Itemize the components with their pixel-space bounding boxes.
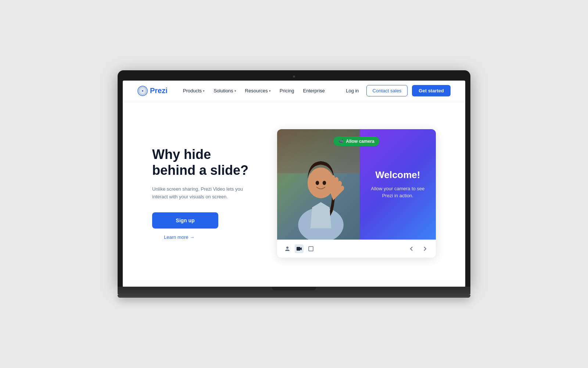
solutions-chevron-icon: ▾ (234, 89, 236, 93)
signup-button[interactable]: Sign up (152, 212, 218, 229)
hero-right: Welcome! Allow your camera to see Prezi … (277, 129, 436, 258)
hero-title: Why hide behind a slide? (152, 146, 255, 178)
svg-point-7 (316, 181, 319, 185)
hero-section: Why hide behind a slide? Unlike screen s… (123, 101, 465, 285)
svg-point-4 (142, 90, 143, 92)
logo-text: Prezi (150, 86, 168, 95)
svg-point-8 (323, 181, 326, 185)
navbar: Prezi Products ▾ Solutions ▾ (123, 81, 465, 101)
person-view-icon[interactable] (283, 244, 292, 253)
prezi-logo-icon (137, 86, 148, 96)
next-arrow[interactable] (420, 244, 430, 254)
svg-rect-11 (309, 247, 313, 251)
allow-camera-text: Allow camera (346, 139, 374, 144)
allow-camera-badge[interactable]: 📹 Allow camera (333, 137, 379, 146)
nav-resources[interactable]: Resources ▾ (241, 86, 275, 96)
video-ctrl-right (406, 244, 430, 254)
laptop-hinge (272, 287, 316, 290)
camera-badge-icon: 📹 (338, 139, 344, 144)
nav-pricing[interactable]: Pricing (276, 86, 298, 96)
contact-sales-button[interactable]: Contact sales (366, 85, 408, 96)
nav-actions: Log in Contact sales Get started (343, 85, 451, 96)
video-controls (277, 240, 436, 258)
prev-arrow[interactable] (406, 244, 417, 254)
fullscreen-icon[interactable] (306, 244, 315, 253)
person-figure (286, 140, 356, 240)
video-main: Welcome! Allow your camera to see Prezi … (277, 129, 436, 240)
website: Prezi Products ▾ Solutions ▾ (123, 81, 465, 287)
logo[interactable]: Prezi (137, 86, 168, 96)
video-demo: Welcome! Allow your camera to see Prezi … (277, 129, 436, 258)
laptop-bezel: Prezi Products ▾ Solutions ▾ (118, 70, 470, 287)
laptop-foot (118, 295, 470, 298)
get-started-button[interactable]: Get started (412, 85, 451, 96)
nav-enterprise[interactable]: Enterprise (300, 86, 329, 96)
hero-subtitle: Unlike screen sharing, Prezi Video lets … (152, 185, 255, 201)
laptop-base (118, 287, 470, 295)
scene: Prezi Products ▾ Solutions ▾ (0, 0, 588, 368)
welcome-subtitle: Allow your camera to see Prezi in action… (369, 185, 427, 199)
nav-products[interactable]: Products ▾ (179, 86, 208, 96)
learn-more-link[interactable]: Learn more → (152, 234, 255, 240)
camera-dot (293, 75, 295, 78)
welcome-title: Welcome! (375, 169, 420, 181)
hero-left: Why hide behind a slide? Unlike screen s… (152, 146, 255, 240)
nav-links: Products ▾ Solutions ▾ Resources ▾ (179, 86, 343, 96)
svg-rect-10 (297, 247, 300, 251)
learn-more-text: Learn more → (164, 234, 194, 240)
video-ctrl-left (283, 244, 315, 253)
laptop: Prezi Products ▾ Solutions ▾ (118, 70, 470, 298)
nav-solutions[interactable]: Solutions ▾ (210, 86, 240, 96)
products-chevron-icon: ▾ (203, 89, 205, 93)
video-mode-icon[interactable] (295, 244, 304, 253)
svg-point-9 (286, 247, 288, 249)
resources-chevron-icon: ▾ (269, 89, 271, 93)
login-button[interactable]: Log in (343, 86, 362, 96)
laptop-screen: Prezi Products ▾ Solutions ▾ (123, 81, 465, 287)
svg-point-6 (308, 167, 334, 198)
